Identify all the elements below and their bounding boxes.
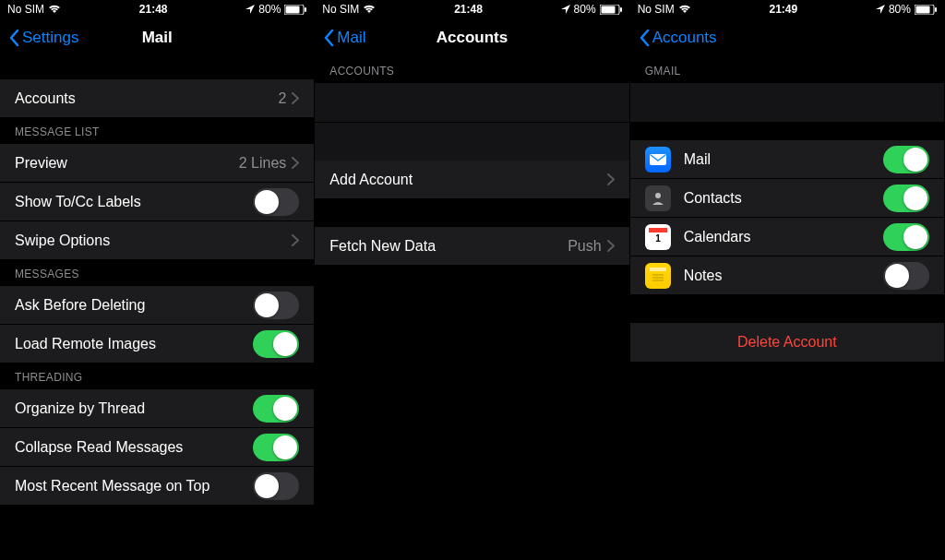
preview-row[interactable]: Preview 2 Lines xyxy=(0,144,314,183)
cell-value: 2 xyxy=(278,90,286,107)
svg-rect-4 xyxy=(601,6,615,13)
back-label: Settings xyxy=(22,29,78,47)
battery-percent: 80% xyxy=(889,3,911,16)
mail-toggle[interactable] xyxy=(883,146,929,173)
add-account-row[interactable]: Add Account xyxy=(315,161,628,199)
calendars-service-row: 1 Calendars xyxy=(630,218,944,256)
section-header-message-list: MESSAGE LIST xyxy=(0,118,314,144)
location-icon xyxy=(245,5,255,14)
battery-percent: 80% xyxy=(574,3,596,16)
clock-label: 21:48 xyxy=(454,3,483,16)
notes-service-row: Notes xyxy=(630,256,944,295)
calendar-icon: 1 xyxy=(645,224,671,250)
swipe-options-row[interactable]: Swipe Options xyxy=(0,221,314,260)
carrier-label: No SIM xyxy=(322,3,359,16)
back-label: Mail xyxy=(337,29,365,47)
carrier-label: No SIM xyxy=(7,3,44,16)
account-row-redacted[interactable] xyxy=(315,122,628,161)
chevron-left-icon xyxy=(638,29,651,47)
fetch-new-data-row[interactable]: Fetch New Data Push xyxy=(315,227,628,266)
wifi-icon xyxy=(48,5,61,14)
contacts-icon xyxy=(645,185,671,211)
contacts-toggle[interactable] xyxy=(883,185,929,212)
section-header-threading: THREADING xyxy=(0,363,314,389)
location-icon xyxy=(876,5,885,14)
back-label: Accounts xyxy=(652,29,717,47)
section-header-accounts: ACCOUNTS xyxy=(315,57,628,83)
chevron-right-icon xyxy=(292,157,299,169)
status-bar: No SIM 21:49 80% xyxy=(630,0,944,18)
svg-rect-11 xyxy=(649,228,667,232)
svg-rect-2 xyxy=(305,7,306,12)
delete-account-button[interactable]: Delete Account xyxy=(630,323,944,362)
cell-value: Push xyxy=(568,238,601,255)
cell-label: Notes xyxy=(684,268,883,284)
load-remote-images-row: Load Remote Images xyxy=(0,325,314,363)
organize-by-thread-toggle[interactable] xyxy=(253,395,299,423)
section-header-messages: MESSAGES xyxy=(0,260,314,286)
wifi-icon xyxy=(678,5,691,14)
accounts-row[interactable]: Accounts 2 xyxy=(0,79,314,118)
show-tocc-row: Show To/Cc Labels xyxy=(0,183,314,221)
chevron-left-icon xyxy=(322,29,335,47)
show-tocc-toggle[interactable] xyxy=(253,188,299,216)
organize-by-thread-row: Organize by Thread xyxy=(0,389,314,428)
most-recent-top-toggle[interactable] xyxy=(253,472,299,500)
location-icon xyxy=(561,5,570,14)
nav-bar: Mail Accounts xyxy=(315,18,628,57)
svg-point-10 xyxy=(655,193,661,198)
chevron-right-icon xyxy=(607,240,615,252)
back-button[interactable]: Accounts xyxy=(638,29,717,47)
cell-label: Load Remote Images xyxy=(15,336,253,352)
email-row-redacted[interactable] xyxy=(630,83,944,122)
contacts-service-row: Contacts xyxy=(630,179,944,218)
ask-before-deleting-row: Ask Before Deleting xyxy=(0,286,314,325)
screen-mail-settings: No SIM 21:48 80% Settings Mail Accounts … xyxy=(0,0,315,560)
wifi-icon xyxy=(363,5,376,14)
collapse-read-toggle[interactable] xyxy=(253,434,299,461)
account-row-redacted[interactable] xyxy=(315,83,628,122)
battery-icon xyxy=(915,5,937,15)
cell-label: Organize by Thread xyxy=(15,400,253,417)
cell-label: Accounts xyxy=(15,90,278,107)
clock-label: 21:49 xyxy=(769,3,797,16)
battery-percent: 80% xyxy=(258,3,281,16)
svg-rect-1 xyxy=(286,6,300,13)
chevron-right-icon xyxy=(292,92,299,104)
ask-before-deleting-toggle[interactable] xyxy=(253,292,299,319)
cell-label: Preview xyxy=(15,155,239,172)
svg-rect-7 xyxy=(915,6,929,13)
cell-label: Fetch New Data xyxy=(329,238,568,255)
cell-label: Ask Before Deleting xyxy=(15,297,253,314)
nav-bar: Accounts xyxy=(630,18,944,57)
collapse-read-row: Collapse Read Messages xyxy=(0,428,314,467)
nav-bar: Settings Mail xyxy=(0,18,314,57)
load-remote-images-toggle[interactable] xyxy=(253,330,299,358)
calendars-toggle[interactable] xyxy=(883,223,929,251)
cell-label: Swipe Options xyxy=(15,232,292,249)
cell-label: Mail xyxy=(684,151,883,168)
clock-label: 21:48 xyxy=(139,3,168,16)
cell-label: Most Recent Message on Top xyxy=(15,478,253,494)
carrier-label: No SIM xyxy=(638,3,675,16)
notes-toggle[interactable] xyxy=(883,262,929,290)
screen-accounts: No SIM 21:48 80% Mail Accounts ACCOUNTS … xyxy=(315,0,629,560)
mail-icon xyxy=(645,147,671,173)
delete-label: Delete Account xyxy=(737,334,837,351)
back-button[interactable]: Settings xyxy=(7,29,78,47)
status-bar: No SIM 21:48 80% xyxy=(0,0,314,18)
cell-label: Calendars xyxy=(684,229,883,245)
mail-service-row: Mail xyxy=(630,140,944,179)
battery-icon xyxy=(284,5,306,15)
svg-rect-13 xyxy=(650,268,666,271)
chevron-left-icon xyxy=(7,29,20,47)
svg-rect-8 xyxy=(935,7,937,12)
chevron-right-icon xyxy=(607,173,615,185)
cell-label: Contacts xyxy=(684,190,883,207)
back-button[interactable]: Mail xyxy=(322,29,365,47)
cell-label: Add Account xyxy=(329,172,606,188)
section-header-gmail: GMAIL xyxy=(630,57,944,83)
notes-icon xyxy=(645,263,671,289)
screen-account-detail: No SIM 21:49 80% Accounts GMAIL Mail Con… xyxy=(630,0,945,560)
most-recent-top-row: Most Recent Message on Top xyxy=(0,467,314,506)
